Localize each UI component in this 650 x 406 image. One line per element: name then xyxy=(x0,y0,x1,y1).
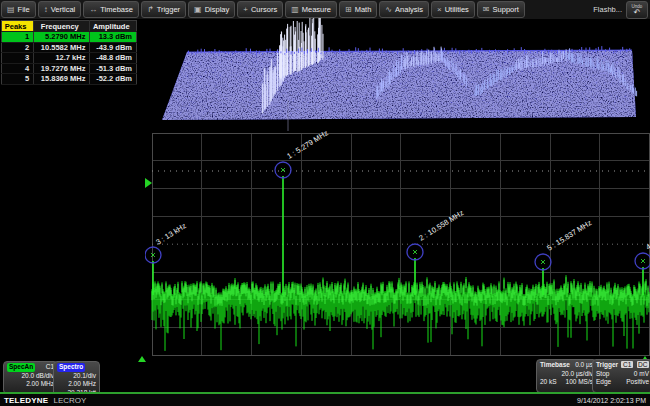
menu-label: Analysis xyxy=(395,5,423,14)
spectro-span: 2.00 MHz xyxy=(57,380,96,389)
peak-num: 2 xyxy=(2,42,34,53)
menu-button-math[interactable]: ⊞Math xyxy=(339,1,377,18)
display-icon: ▣ xyxy=(194,6,202,14)
specan-tab: SpecAn xyxy=(7,363,35,372)
spectrum-display: 1 : 5.279 MHz2 : 10.558 MHz3 : 13 kHz5 :… xyxy=(145,130,650,360)
timebase-box[interactable]: Timebase 0.0 µs 20.0 µs/div 20 kS 100 MS… xyxy=(536,359,597,393)
peak-num: 1 xyxy=(2,32,34,43)
menu-button-display[interactable]: ▣Display xyxy=(188,1,235,18)
undo-button[interactable]: Undo ↶ xyxy=(626,1,648,19)
footer-bar: TELEDYNE LECROY 9/14/2012 2:02:13 PM xyxy=(0,394,650,406)
menu-button-measure[interactable]: ▥Measure xyxy=(285,1,337,18)
peak-num: 5 xyxy=(2,74,34,85)
peak-row-1[interactable]: 15.2790 MHz13.3 dBm xyxy=(2,32,137,43)
brand: TELEDYNE LECROY xyxy=(4,396,86,405)
trigger-icon: ↱ xyxy=(147,6,154,14)
frequency-header-cell: Frequency xyxy=(34,21,90,32)
peak-annotation-2: 2 : 10.558 MHz xyxy=(417,208,465,243)
peak-annotation-3: 3 : 13 kHz xyxy=(154,221,188,247)
timebase-icon: ↔ xyxy=(89,6,97,14)
peak-row-3[interactable]: 312.7 kHz-48.8 dBm xyxy=(2,53,137,64)
menu-button-analysis[interactable]: ∿Analysis xyxy=(379,1,429,18)
menu-button-file[interactable]: ▤File xyxy=(1,1,36,18)
peak-amplitude: -48.8 dBm xyxy=(90,53,137,64)
peak-frequency: 10.5582 MHz xyxy=(34,42,90,53)
menu-button-vertical[interactable]: ↕Vertical xyxy=(38,1,82,18)
specan-descriptor-box[interactable]: SpecAn C1 20.0 dB/div 2.00 MHz xyxy=(3,361,58,394)
peaks-header-cell: Peaks xyxy=(2,21,34,32)
menu-label: Vertical xyxy=(51,5,76,14)
peak-frequency: 15.8369 MHz xyxy=(34,74,90,85)
peak-num: 3 xyxy=(2,53,34,64)
measure-icon: ▥ xyxy=(291,6,299,14)
amplitude-header-cell: Amplitude xyxy=(90,21,137,32)
trigger-label: Trigger xyxy=(596,361,618,370)
left-marker-icon xyxy=(138,356,146,362)
peaks-table-header: Peaks Frequency Amplitude xyxy=(2,21,137,32)
vertical-icon: ↕ xyxy=(44,6,48,14)
peak-amplitude: -51.3 dBm xyxy=(90,63,137,74)
trigger-chips: C1 DC xyxy=(619,361,649,370)
oscilloscope-app: ▤File↕Vertical↔Timebase↱Trigger▣Display+… xyxy=(0,0,650,406)
timebase-rate: 100 MS/s xyxy=(566,378,593,387)
peak-row-2[interactable]: 210.5582 MHz-43.9 dBm xyxy=(2,42,137,53)
timebase-offset: 0.0 µs xyxy=(575,361,593,370)
utilities-icon: × xyxy=(437,6,442,14)
peak-amplitude: -43.9 dBm xyxy=(90,42,137,53)
peak-frequency: 19.7276 MHz xyxy=(34,63,90,74)
undo-icon: ↶ xyxy=(634,9,641,16)
menu-items: ▤File↕Vertical↔Timebase↱Trigger▣Display+… xyxy=(0,1,525,18)
brand-lecroy: LECROY xyxy=(54,396,87,405)
trigger-level: 0 mV xyxy=(634,370,649,379)
menu-label: Math xyxy=(355,5,372,14)
menu-label: Timebase xyxy=(100,5,133,14)
specan-scale: 20.0 dB/div xyxy=(7,372,54,381)
spectro-tab: Spectro xyxy=(57,363,85,372)
menu-button-support[interactable]: ✉Support xyxy=(477,1,525,18)
menu-label: Measure xyxy=(302,5,331,14)
spectro-scale: 20.1/div xyxy=(57,372,96,381)
peak-annotation-1: 1 : 5.279 MHz xyxy=(285,130,330,161)
menu-button-utilities[interactable]: ×Utilities xyxy=(431,1,475,18)
trigger-box[interactable]: Trigger C1 DC Stop 0 mV Edge Positive xyxy=(592,359,650,393)
spectrogram-3d-display xyxy=(150,18,650,132)
menu-label: Support xyxy=(493,5,519,14)
timebase-samples: 20 kS xyxy=(540,378,557,387)
menu-button-cursors[interactable]: +Cursors xyxy=(237,1,283,18)
peak-frequency: 12.7 kHz xyxy=(34,53,90,64)
peak-amplitude: -52.2 dBm xyxy=(90,74,137,85)
peak-row-4[interactable]: 419.7276 MHz-51.3 dBm xyxy=(2,63,137,74)
specan-span: 2.00 MHz xyxy=(7,380,54,389)
trigger-coupling-chip: DC xyxy=(637,361,649,368)
peak-num: 4 xyxy=(2,63,34,74)
menu-label: Trigger xyxy=(157,5,180,14)
menubar-right: Flashb... Undo ↶ xyxy=(593,1,650,19)
menu-label: File xyxy=(18,5,30,14)
trigger-type: Edge xyxy=(596,378,611,387)
file-icon: ▤ xyxy=(7,6,15,14)
menu-label: Display xyxy=(205,5,230,14)
peak-amplitude: 13.3 dBm xyxy=(90,32,137,43)
trigger-mode: Stop xyxy=(596,370,609,379)
analysis-icon: ∿ xyxy=(385,6,392,14)
trigger-slope: Positive xyxy=(626,378,649,387)
trigger-source-chip: C1 xyxy=(621,361,632,368)
timebase-label: Timebase xyxy=(540,361,570,370)
peaks-table: Peaks Frequency Amplitude 15.2790 MHz13.… xyxy=(1,20,137,85)
peak-annotation-5: 5 : 15.837 MHz xyxy=(545,218,593,253)
menu-label: Cursors xyxy=(251,5,277,14)
menu-button-timebase[interactable]: ↔Timebase xyxy=(83,1,139,18)
menu-button-trigger[interactable]: ↱Trigger xyxy=(141,1,186,18)
support-icon: ✉ xyxy=(483,6,490,14)
flashback-label: Flashb... xyxy=(593,5,622,14)
brand-teledyne: TELEDYNE xyxy=(4,396,48,405)
math-icon: ⊞ xyxy=(345,6,352,14)
menu-label: Utilities xyxy=(445,5,469,14)
timebase-scale: 20.0 µs/div xyxy=(540,370,593,379)
peak-row-5[interactable]: 515.8369 MHz-52.2 dBm xyxy=(2,74,137,85)
menubar: ▤File↕Vertical↔Timebase↱Trigger▣Display+… xyxy=(0,0,650,20)
peak-frequency: 5.2790 MHz xyxy=(34,32,90,43)
datetime-label: 9/14/2012 2:02:13 PM xyxy=(577,397,646,404)
cursors-icon: + xyxy=(243,6,248,14)
